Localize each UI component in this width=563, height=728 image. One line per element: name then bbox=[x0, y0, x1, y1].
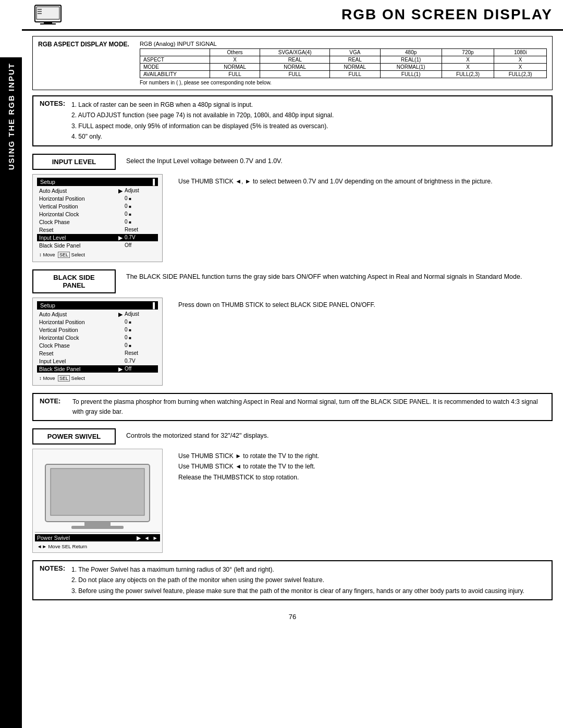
osd-item-reset: Reset Reset bbox=[37, 226, 158, 233]
osd-item-clock-phase: Clock Phase 0 ■ bbox=[37, 218, 158, 226]
osd-footer-1: ↕ Move SEL Select bbox=[37, 251, 158, 258]
svg-rect-10 bbox=[71, 526, 124, 529]
row-mode: MODE bbox=[140, 64, 210, 71]
power-swivel-header: POWER SWIVEL Controls the motorized stan… bbox=[32, 428, 553, 445]
osd-item-auto-adjust: Auto Adjust ▶ Adjust bbox=[37, 187, 158, 194]
side-label-container: USING THE RGB INPUT bbox=[0, 57, 22, 728]
input-level-text-desc: Use THUMB STICK ◄, ► to select between 0… bbox=[178, 174, 553, 262]
notes-box-1: NOTES: Lack of raster can be seen in RGB… bbox=[32, 95, 553, 146]
swivel-line-2: Use THUMB STICK ◄ to rotate the TV to th… bbox=[178, 461, 553, 472]
black-side-panel-label: BLACK SIDE PANEL bbox=[32, 269, 116, 293]
input-level-section: INPUT LEVEL Select the Input Level volta… bbox=[32, 154, 553, 262]
col-480p: 480p bbox=[380, 49, 442, 56]
black-side-panel-osd-title: Setup ▐ bbox=[37, 301, 158, 310]
black-side-panel-section: BLACK SIDE PANEL The BLACK SIDE PANEL fu… bbox=[32, 269, 553, 386]
osd-item-h-clock: Horizontal Clock 0 ■ bbox=[37, 211, 158, 218]
col-1080i: 1080i bbox=[494, 49, 547, 56]
col-720p: 720p bbox=[442, 49, 494, 56]
input-level-osd-title: Setup ▐ bbox=[37, 178, 158, 186]
power-swivel-diagram: Power Swivel ▶ ◄ ► ◄► Move SEL Return bbox=[32, 449, 163, 553]
input-level-header: INPUT LEVEL Select the Input Level volta… bbox=[32, 154, 553, 170]
aspect-mode-label: RGB ASPECT DISPLAY MODE. bbox=[38, 41, 129, 48]
osd-item2-reset: Reset Reset bbox=[37, 350, 158, 357]
aspect-mode-section: RGB ASPECT DISPLAY MODE. RGB (Analog) IN… bbox=[32, 36, 553, 90]
page-title: RGB ON SCREEN DISPLAY bbox=[74, 6, 553, 23]
swivel-footer: ◄► Move SEL Return bbox=[35, 542, 160, 550]
notes-content-2: The Power Swivel has a maximum turning r… bbox=[71, 564, 524, 596]
aspect-table: Others SVGA/XGA(4) VGA 480p 720p 1080i A… bbox=[140, 48, 547, 78]
power-swivel-label: POWER SWIVEL bbox=[32, 428, 116, 445]
svg-rect-9 bbox=[84, 522, 111, 526]
aspect-note: For numbers in ( ), please see correspon… bbox=[140, 80, 547, 85]
osd-item-v-pos: Vertical Position 0 ■ bbox=[37, 203, 158, 210]
osd-item2-input-level: Input Level 0.7V bbox=[37, 357, 158, 365]
page-header: RGB ON SCREEN DISPLAY bbox=[22, 0, 563, 31]
swivel-menu-item: Power Swivel ▶ ◄ ► bbox=[35, 534, 160, 541]
input-level-osd-screen: Setup ▐ Auto Adjust ▶ Adjust Horizontal … bbox=[32, 174, 163, 262]
note-content: To prevent the plasma phosphor from burn… bbox=[72, 397, 545, 417]
swivel-line-1: Use THUMB STICK ► to rotate the TV to th… bbox=[178, 451, 553, 461]
note-label: NOTE: bbox=[40, 397, 68, 417]
osd-item-h-pos: Horizontal Position 0 ■ bbox=[37, 195, 158, 202]
notes-box-2: NOTES: The Power Swivel has a maximum tu… bbox=[32, 560, 553, 600]
power-swivel-osd-row: Power Swivel ▶ ◄ ► ◄► Move SEL Return Us… bbox=[32, 449, 553, 553]
osd-item-black-side-1: Black Side Panel Off bbox=[37, 242, 158, 249]
row-aspect: ASPECT bbox=[140, 56, 210, 64]
power-swivel-item-name: Power Swivel bbox=[37, 535, 137, 541]
osd-item2-auto-adjust: Auto Adjust ▶ Adjust bbox=[37, 311, 158, 318]
osd-item2-v-pos: Vertical Position 0 ■ bbox=[37, 326, 158, 334]
side-label: USING THE RGB INPUT bbox=[7, 57, 16, 175]
osd-item-input-level: Input Level ▶ 0.7V bbox=[37, 234, 158, 241]
black-side-panel-header: BLACK SIDE PANEL The BLACK SIDE PANEL fu… bbox=[32, 269, 553, 293]
black-side-panel-osd-screen: Setup ▐ Auto Adjust ▶ Adjust Horizontal … bbox=[32, 298, 163, 386]
swivel-line-3: Release the THUMBSTICK to stop rotation. bbox=[178, 472, 553, 483]
osd-item2-clock-phase: Clock Phase 0 ■ bbox=[37, 342, 158, 349]
black-side-panel-text-desc: Press down on THUMB STICK to select BLAC… bbox=[178, 298, 553, 386]
osd-item2-h-clock: Horizontal Clock 0 ■ bbox=[37, 334, 158, 341]
notes-label-1: NOTES: bbox=[40, 100, 68, 142]
row-availability: AVAILABILITY bbox=[140, 71, 210, 78]
notes-label-2: NOTES: bbox=[40, 564, 68, 596]
svg-rect-3 bbox=[40, 23, 56, 24]
osd-footer-2: ↕ Move SEL Select bbox=[37, 374, 158, 382]
notes-content-1: Lack of raster can be seen in RGB when a… bbox=[71, 100, 334, 142]
monitor-icon bbox=[32, 4, 64, 25]
aspect-table-title: RGB (Analog) INPUT SIGNAL bbox=[140, 41, 547, 47]
black-side-panel-osd-row: Setup ▐ Auto Adjust ▶ Adjust Horizontal … bbox=[32, 298, 553, 386]
power-swivel-text-desc: Use THUMB STICK ► to rotate the TV to th… bbox=[178, 449, 553, 553]
input-level-label: INPUT LEVEL bbox=[32, 154, 116, 170]
content-area: RGB ASPECT DISPLAY MODE. RGB (Analog) IN… bbox=[22, 31, 563, 629]
input-level-desc: Select the Input Level voltage between 0… bbox=[126, 154, 553, 166]
aspect-table-wrap: RGB (Analog) INPUT SIGNAL Others SVGA/XG… bbox=[140, 41, 547, 85]
osd-item2-black-side: Black Side Panel ▶ Off bbox=[37, 365, 158, 373]
input-level-osd-row: Setup ▐ Auto Adjust ▶ Adjust Horizontal … bbox=[32, 174, 553, 262]
power-swivel-desc: Controls the motorized stand for 32"/42"… bbox=[126, 428, 553, 441]
svg-rect-4 bbox=[38, 9, 42, 10]
svg-rect-5 bbox=[38, 11, 42, 12]
col-others: Others bbox=[210, 49, 260, 56]
black-side-panel-desc: The BLACK SIDE PANEL function turns the … bbox=[126, 269, 553, 282]
power-swivel-menu: Power Swivel ▶ ◄ ► ◄► Move SEL Return bbox=[35, 532, 160, 550]
power-swivel-section: POWER SWIVEL Controls the motorized stan… bbox=[32, 428, 553, 553]
osd-item2-h-pos: Horizontal Position 0 ■ bbox=[37, 318, 158, 326]
note-box: NOTE: To prevent the plasma phosphor fro… bbox=[32, 393, 553, 421]
col-svga: SVGA/XGA(4) bbox=[260, 49, 329, 56]
svg-rect-6 bbox=[38, 13, 42, 14]
svg-rect-8 bbox=[51, 468, 144, 515]
main-content: RGB ON SCREEN DISPLAY RGB ASPECT DISPLAY… bbox=[22, 0, 563, 629]
col-vga: VGA bbox=[329, 49, 380, 56]
page-number: 76 bbox=[32, 608, 553, 624]
